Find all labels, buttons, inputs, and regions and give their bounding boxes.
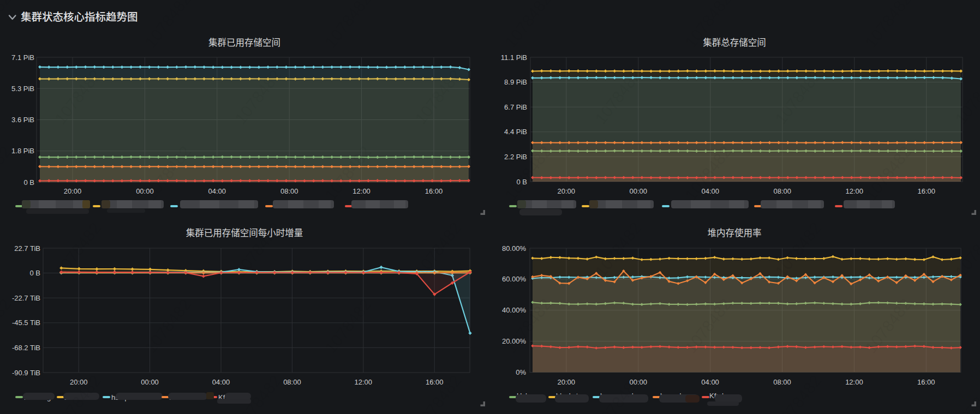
svg-text:0%: 0% [516, 368, 526, 376]
svg-text:12:00: 12:00 [355, 378, 373, 386]
svg-text:-68.2 TiB: -68.2 TiB [12, 344, 40, 352]
svg-text:20:00: 20:00 [64, 187, 82, 195]
svg-text:20:00: 20:00 [558, 378, 576, 386]
svg-text:堆内存使用率: 堆内存使用率 [708, 226, 762, 239]
svg-text:集群总存储空间: 集群总存储空间 [703, 35, 766, 49]
svg-text:22.7 TiB: 22.7 TiB [14, 244, 40, 253]
svg-text:16:00: 16:00 [917, 378, 935, 386]
svg-text:0 B: 0 B [23, 178, 34, 187]
svg-text:12:00: 12:00 [352, 187, 371, 195]
svg-text:0 B: 0 B [29, 269, 40, 277]
svg-text:40.00%: 40.00% [502, 306, 527, 314]
svg-text:2.2 PiB: 2.2 PiB [504, 153, 527, 161]
svg-text:8.9 PiB: 8.9 PiB [504, 78, 527, 86]
svg-text:12:00: 12:00 [846, 187, 864, 195]
svg-text:08:00: 08:00 [280, 187, 298, 195]
svg-text:11.1 PiB: 11.1 PiB [501, 53, 527, 62]
svg-text:6.7 PiB: 6.7 PiB [504, 103, 527, 111]
svg-text:08:00: 08:00 [774, 187, 792, 195]
svg-text:-22.7 TiB: -22.7 TiB [12, 294, 40, 302]
svg-text:16:00: 16:00 [425, 187, 443, 195]
svg-text:3.6 PiB: 3.6 PiB [11, 116, 34, 124]
svg-text:80.00%: 80.00% [502, 244, 527, 253]
svg-text:集群已用存储空间: 集群已用存储空间 [208, 35, 280, 49]
svg-text:00:00: 00:00 [141, 378, 159, 386]
svg-text:04:00: 04:00 [208, 187, 226, 195]
svg-text:04:00: 04:00 [701, 378, 719, 386]
svg-text:-45.5 TiB: -45.5 TiB [12, 319, 40, 327]
svg-text:4.4 PiB: 4.4 PiB [504, 128, 527, 136]
svg-text:5.3 PiB: 5.3 PiB [11, 85, 34, 93]
svg-text:16:00: 16:00 [918, 187, 936, 195]
svg-text:-90.9 TiB: -90.9 TiB [12, 369, 40, 377]
svg-text:12:00: 12:00 [845, 378, 863, 386]
svg-text:60.00%: 60.00% [502, 275, 527, 283]
svg-text:7.1 PiB: 7.1 PiB [11, 53, 34, 62]
svg-text:20:00: 20:00 [558, 187, 576, 195]
svg-text:集群已用存储空间每小时增量: 集群已用存储空间每小时增量 [186, 226, 303, 239]
svg-text:04:00: 04:00 [212, 378, 230, 386]
svg-text:08:00: 08:00 [283, 378, 301, 386]
svg-text:08:00: 08:00 [773, 378, 791, 386]
svg-text:1.8 PiB: 1.8 PiB [11, 147, 34, 155]
svg-text:00:00: 00:00 [630, 187, 648, 195]
svg-text:集群状态核心指标趋势图: 集群状态核心指标趋势图 [21, 8, 138, 24]
